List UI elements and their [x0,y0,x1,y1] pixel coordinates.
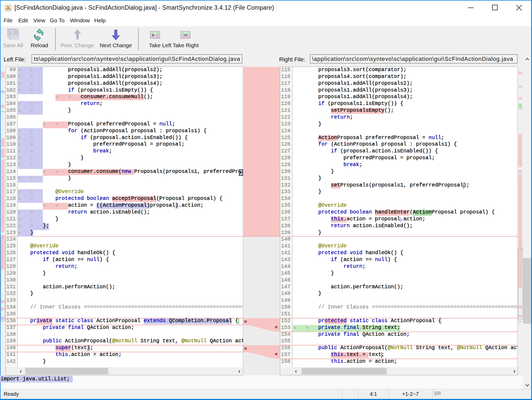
svg-text:«: « [184,32,187,38]
svg-text:»: » [152,32,155,38]
